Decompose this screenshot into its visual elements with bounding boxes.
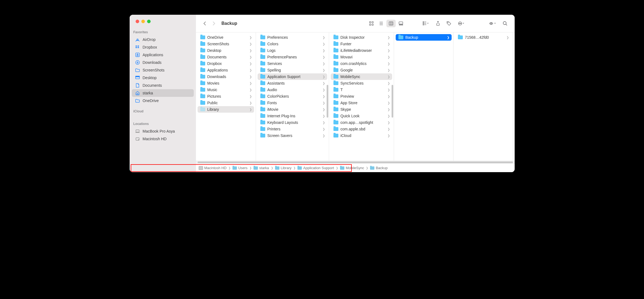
folder-row[interactable]: Internet Plug-Ins❯ [258,113,327,119]
folder-row[interactable]: Services❯ [258,60,327,67]
list-view-button[interactable] [377,20,386,27]
folder-row[interactable]: Application Support❯ [258,73,327,80]
zoom-button[interactable] [147,20,151,23]
folder-row[interactable]: Movies❯ [198,80,254,86]
folder-row[interactable]: 71568…42fd0❯ [455,34,511,41]
tag-button[interactable] [444,20,454,27]
folder-row[interactable]: com.apple.sbd❯ [331,126,392,132]
folder-label: PreferencePanes [267,55,297,59]
vertical-scrollbar[interactable] [392,85,393,118]
sidebar-item-documents[interactable]: Documents [132,82,194,89]
sidebar-item-macbook pro asya[interactable]: MacBook Pro Asya [132,127,194,135]
folder-row[interactable]: Preview❯ [331,93,392,100]
action-button[interactable] [455,20,467,27]
airdrop-icon [135,37,140,42]
path-segment[interactable]: Users [232,166,248,170]
chevron-right-icon: ❯ [323,62,325,65]
folder-row[interactable]: PreferencePanes❯ [258,54,327,60]
folder-row[interactable]: SyncServices❯ [331,80,392,86]
sidebar-item-applications[interactable]: Applications [132,51,194,59]
folder-row[interactable]: com.crashlytics❯ [331,60,392,67]
column-2[interactable]: Disk Inspector❯Funter❯iLifeMediaBrowser❯… [329,32,394,163]
path-bar: Macintosh HD❯Users❯starka❯Library❯Applic… [196,163,515,172]
search-button[interactable] [500,20,510,27]
share-button[interactable] [433,20,443,27]
folder-row[interactable]: Audio❯ [258,86,327,93]
folder-row[interactable]: Assistants❯ [258,80,327,86]
folder-row[interactable]: Preferences❯ [258,34,327,41]
folder-row[interactable]: Skype❯ [331,106,392,113]
column-3[interactable]: Backup❯ [394,32,454,163]
sidebar-item-screenshots[interactable]: ScreenShots [132,66,194,74]
folder-row[interactable]: Quick Look❯ [331,113,392,119]
gallery-view-button[interactable] [396,20,406,27]
svg-rect-8 [369,22,371,23]
folder-row[interactable]: Music❯ [198,86,254,93]
folder-row[interactable]: com.app…spotlight❯ [331,119,392,126]
folder-row[interactable]: App Store❯ [331,100,392,106]
path-segment[interactable]: Backup [370,166,387,170]
folder-row[interactable]: ColorPickers❯ [258,93,327,100]
folder-label: T [341,88,343,92]
folder-row[interactable]: Keyboard Layouts❯ [258,119,327,126]
sidebar-item-downloads[interactable]: Downloads [132,59,194,66]
path-segment[interactable]: MobileSync [340,166,364,170]
folder-row[interactable]: T❯ [331,86,392,93]
folder-row[interactable]: Logs❯ [258,47,327,54]
sidebar-item-airdrop[interactable]: AirDrop [132,36,194,43]
folder-row[interactable]: Spelling❯ [258,67,327,73]
folder-row[interactable]: OneDrive❯ [198,34,254,41]
forward-button[interactable] [210,20,218,27]
folder-row[interactable]: Applications❯ [198,67,254,73]
sidebar-item-macintosh hd[interactable]: Macintosh HD [132,135,194,143]
folder-row[interactable]: Dropbox❯ [198,60,254,67]
sidebar-item-starka[interactable]: starka [132,89,194,97]
path-segment[interactable]: starka [254,166,269,170]
folder-row[interactable]: iMovie❯ [258,106,327,113]
folder-row[interactable]: Colors❯ [258,41,327,47]
folder-row[interactable]: Disk Inspector❯ [331,34,392,41]
sidebar-item-dropbox[interactable]: Dropbox [132,43,194,51]
folder-row[interactable]: Fonts❯ [258,100,327,106]
folder-row[interactable]: Printers❯ [258,126,327,132]
path-segment[interactable]: Library [275,166,292,170]
folder-row[interactable]: MobileSync❯ [331,73,392,80]
minimize-button[interactable] [141,20,145,23]
column-1[interactable]: Preferences❯Colors❯Logs❯PreferencePanes❯… [256,32,329,163]
folder-label: Downloads [207,74,226,79]
column-4[interactable]: 71568…42fd0❯ [454,32,513,163]
folder-row[interactable]: Downloads❯ [198,73,254,80]
vertical-scrollbar[interactable] [327,85,328,118]
icon-view-button[interactable] [367,20,376,27]
folder-row[interactable]: Movavi❯ [331,54,392,60]
folder-row[interactable]: Google❯ [331,67,392,73]
folder-row[interactable]: ScreenShots❯ [198,41,254,47]
folder-row[interactable]: Screen Savers❯ [258,132,327,139]
chevron-right-icon: ❯ [249,68,252,72]
group-by-button[interactable] [420,20,432,27]
folder-row[interactable]: iCloud❯ [331,132,392,139]
folder-icon [370,166,374,170]
column-0[interactable]: OneDrive❯ScreenShots❯Desktop❯Documents❯D… [196,32,256,163]
folder-row[interactable]: Backup❯ [396,34,452,41]
horizontal-scrollbar[interactable] [196,161,515,163]
folder-row[interactable]: Public❯ [198,100,254,106]
close-button[interactable] [136,20,139,23]
folder-icon [200,35,205,39]
folder-label: Google [341,68,353,72]
folder-row[interactable]: Library❯ [198,106,254,113]
folder-row[interactable]: Desktop❯ [198,47,254,54]
folder-icon [260,68,265,72]
back-button[interactable] [201,20,208,27]
column-view-button[interactable] [386,20,396,27]
svg-point-33 [491,23,492,24]
sidebar-item-desktop[interactable]: Desktop [132,74,194,82]
path-segment[interactable]: Application Support [297,166,334,170]
folder-row[interactable]: iLifeMediaBrowser❯ [331,47,392,54]
preview-toggle-button[interactable] [487,20,499,27]
folder-row[interactable]: Documents❯ [198,54,254,60]
folder-row[interactable]: Pictures❯ [198,93,254,100]
path-segment[interactable]: Macintosh HD [199,166,227,170]
sidebar-item-onedrive[interactable]: OneDrive [132,97,194,104]
folder-row[interactable]: Funter❯ [331,41,392,47]
